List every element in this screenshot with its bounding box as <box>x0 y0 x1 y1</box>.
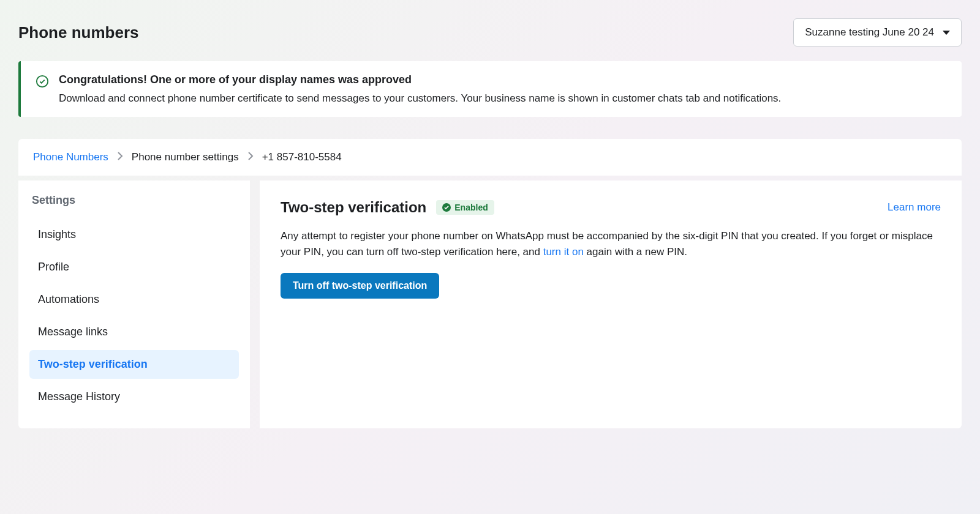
page-title: Phone numbers <box>18 23 138 42</box>
chevron-right-icon <box>117 151 123 163</box>
caret-down-icon <box>943 31 950 35</box>
sidebar-item-message-links[interactable]: Message links <box>29 318 239 346</box>
turn-it-on-link[interactable]: turn it on <box>543 246 584 258</box>
section-description: Any attempt to register your phone numbe… <box>281 228 941 259</box>
chevron-right-icon <box>247 151 254 163</box>
status-badge: Enabled <box>436 200 494 215</box>
sidebar-item-label: Profile <box>38 261 69 273</box>
main-panel: Two-step verification Enabled Learn more… <box>260 181 962 428</box>
sidebar-item-label: Message History <box>38 390 120 403</box>
sidebar-item-label: Two-step verification <box>38 358 148 370</box>
breadcrumb-phone-number: +1 857-810-5584 <box>262 151 342 163</box>
status-badge-text: Enabled <box>454 203 488 212</box>
account-selector-label: Suzanne testing June 20 24 <box>805 26 934 39</box>
sidebar-item-two-step-verification[interactable]: Two-step verification <box>29 350 239 379</box>
breadcrumb-bar: Phone Numbers Phone number settings +1 8… <box>18 139 962 176</box>
turn-off-two-step-button[interactable]: Turn off two-step verification <box>281 273 439 299</box>
notice-description: Download and connect phone number certif… <box>59 92 947 105</box>
check-circle-icon <box>36 75 49 88</box>
success-notice: Congratulations! One or more of your dis… <box>18 61 962 117</box>
section-title: Two-step verification <box>281 199 426 216</box>
breadcrumb: Phone Numbers Phone number settings +1 8… <box>33 151 947 163</box>
breadcrumb-settings: Phone number settings <box>132 151 239 163</box>
description-text: again with a new PIN. <box>584 246 687 258</box>
sidebar-title: Settings <box>29 194 239 207</box>
sidebar-item-insights[interactable]: Insights <box>29 220 239 249</box>
check-filled-icon <box>442 203 451 212</box>
sidebar-item-message-history[interactable]: Message History <box>29 382 239 411</box>
svg-point-0 <box>37 76 48 87</box>
sidebar-item-automations[interactable]: Automations <box>29 285 239 314</box>
sidebar-item-label: Message links <box>38 326 108 338</box>
learn-more-link[interactable]: Learn more <box>888 201 941 214</box>
sidebar-item-label: Insights <box>38 228 76 240</box>
sidebar-item-label: Automations <box>38 293 99 305</box>
sidebar-item-profile[interactable]: Profile <box>29 253 239 281</box>
account-selector-dropdown[interactable]: Suzanne testing June 20 24 <box>793 18 962 47</box>
notice-title: Congratulations! One or more of your dis… <box>59 73 947 86</box>
breadcrumb-phone-numbers[interactable]: Phone Numbers <box>33 151 108 163</box>
settings-sidebar: Settings Insights Profile Automations Me… <box>18 181 250 428</box>
